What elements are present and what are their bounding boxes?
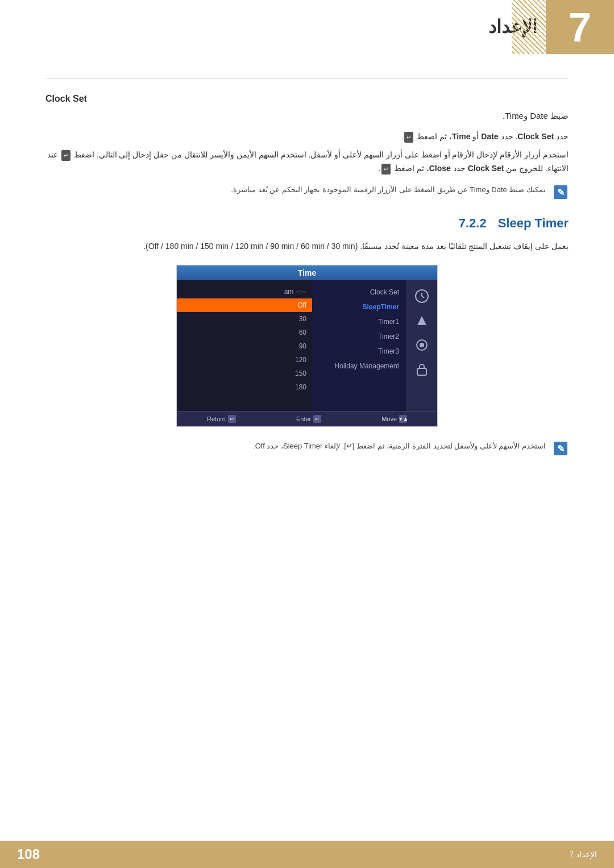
sleep-timer-number: 7.2.2 — [459, 216, 487, 231]
clock-set-heading: Clock Set — [45, 88, 569, 104]
menu-item-clock-set[interactable]: Clock Set — [312, 285, 406, 300]
footer-chapter-label: الإعداد 7 — [569, 850, 597, 859]
menu-item-timer1[interactable]: Timer1 — [312, 314, 406, 329]
ui-value-120[interactable]: 120 — [177, 353, 312, 367]
menu-item-holiday[interactable]: Holiday Management — [312, 359, 406, 373]
svg-marker-5 — [417, 316, 426, 325]
section-subtitle: ضبط Date وTime. — [45, 111, 569, 121]
ui-icon-circle — [410, 335, 433, 355]
svg-point-7 — [420, 343, 424, 347]
ui-left-icons — [406, 280, 437, 411]
ui-icon-clock — [410, 286, 433, 306]
ui-value-off[interactable]: Off — [177, 298, 312, 312]
ui-value-60[interactable]: 60 — [177, 326, 312, 339]
ui-screenshot: Time — [176, 265, 438, 427]
svg-rect-8 — [417, 368, 426, 375]
ui-title-bar: Time — [177, 265, 437, 280]
ui-btn-return: ↩ Return — [207, 415, 236, 423]
ui-middle-menu: Clock Set SleepTimer Timer1 Timer2 Timer… — [312, 280, 406, 411]
note-icon-1: ✎ — [553, 184, 569, 202]
page: الإعداد 7 Clock Set ضبط Date وTime. حدد … — [0, 0, 614, 868]
enter-btn-icon: ↵ — [313, 415, 321, 423]
note-icon-2: ✎ — [553, 441, 569, 459]
ui-btn-enter: ↵ Enter — [296, 415, 321, 423]
move-icon: ▲▼ — [399, 415, 407, 423]
body-paragraph-1: حدد Clock Set. حدد Date أو Time، ثم اضغط… — [45, 130, 569, 144]
ui-value-30[interactable]: 30 — [177, 312, 312, 326]
content-area: Clock Set ضبط Date وTime. حدد Clock Set.… — [0, 63, 614, 513]
enter-label: Enter — [296, 416, 311, 422]
ui-screenshot-wrapper: Time — [45, 265, 569, 427]
note-box-2: ✎ استخدم الأسهم لأعلى ولأسفل لتحديد الفت… — [45, 441, 569, 459]
menu-item-timer3[interactable]: Timer3 — [312, 344, 406, 359]
enter-icon-2: ↵ — [61, 150, 70, 161]
sleep-timer-title: Sleep Timer — [498, 216, 569, 231]
ui-value-150[interactable]: 150 — [177, 367, 312, 380]
enter-icon-3: ↵ — [381, 164, 391, 175]
sleep-timer-header: 7.2.2 Sleep Timer — [45, 216, 569, 231]
menu-item-sleep-timer[interactable]: SleepTimer — [312, 300, 406, 314]
footer-page-number: 108 — [17, 846, 40, 862]
enter-icon-1: ↵ — [404, 132, 413, 143]
return-icon: ↩ — [228, 415, 236, 423]
ui-time-display: --:-- am — [177, 285, 312, 298]
svg-line-4 — [422, 296, 424, 298]
return-label: Return — [207, 416, 226, 422]
ui-bottom-bar: ▲▼ Move ↵ Enter ↩ Return — [177, 411, 437, 426]
chapter-header: الإعداد 7 — [0, 0, 614, 63]
para1-text: حدد Clock Set. حدد Date أو Time، ثم اضغط… — [401, 132, 569, 141]
note-box-1: ✎ يمكنك ضبط Date وTime عن طريق الضغط على… — [45, 184, 569, 202]
svg-text:✎: ✎ — [557, 188, 565, 197]
divider-line — [45, 78, 569, 79]
menu-item-timer2[interactable]: Timer2 — [312, 329, 406, 344]
ui-icon-lock — [410, 359, 433, 379]
svg-text:✎: ✎ — [557, 444, 565, 454]
chapter-number: 7 — [569, 7, 591, 48]
sleep-timer-description: يعمل على إيقاف تشغيل المنتج تلقائيًا بعد… — [45, 240, 569, 254]
ui-btn-move: ▲▼ Move — [381, 415, 407, 423]
body-paragraph-2: استخدم أزرار الأرقام لإدخال الأرقام أو ا… — [45, 148, 569, 176]
note-text-2: استخدم الأسهم لأعلى ولأسفل لتحديد الفترة… — [253, 441, 546, 452]
diagonal-decoration — [512, 0, 546, 54]
ui-icon-arrow — [410, 310, 433, 330]
ui-value-180[interactable]: 180 — [177, 380, 312, 394]
page-footer: 108 الإعداد 7 — [0, 841, 614, 868]
note-text-1: يمكنك ضبط Date وTime عن طريق الضغط على ا… — [231, 184, 546, 196]
ui-body: Clock Set SleepTimer Timer1 Timer2 Timer… — [177, 280, 437, 411]
ui-value-90[interactable]: 90 — [177, 339, 312, 353]
move-label: Move — [381, 416, 397, 422]
ui-right-panel: --:-- am Off 30 60 90 120 150 180 — [177, 280, 312, 411]
chapter-number-box: 7 — [546, 0, 614, 54]
